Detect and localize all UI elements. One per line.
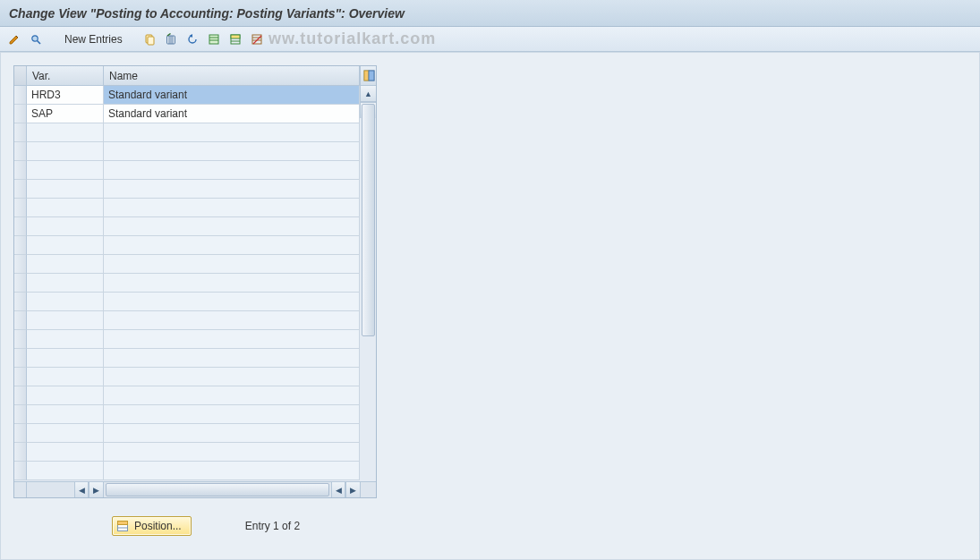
cell-name[interactable] [104, 368, 360, 386]
cell-var[interactable] [27, 142, 104, 161]
table-row[interactable] [14, 293, 360, 311]
row-selector[interactable] [14, 274, 27, 293]
table-row[interactable]: SAPStandard variant [14, 105, 360, 123]
scroll-up-icon[interactable]: ▲ [361, 86, 376, 102]
row-selector[interactable] [14, 105, 27, 123]
cell-name[interactable] [104, 443, 360, 462]
table-row[interactable] [14, 274, 360, 293]
cell-var[interactable] [27, 368, 104, 386]
cell-var[interactable] [27, 236, 104, 255]
table-row[interactable] [14, 386, 360, 405]
cell-var[interactable] [27, 255, 104, 274]
new-entries-button[interactable]: New Entries [57, 30, 130, 48]
cell-var[interactable] [27, 217, 104, 236]
row-selector[interactable] [14, 386, 27, 405]
table-row[interactable]: HRD3Standard variant [14, 86, 360, 105]
cell-var[interactable] [27, 311, 104, 330]
cell-var[interactable] [27, 330, 104, 349]
table-row[interactable] [14, 349, 360, 368]
table-row[interactable] [14, 255, 360, 274]
table-row[interactable] [14, 405, 360, 424]
hscroll-right-icon[interactable]: ▶ [345, 482, 360, 497]
cell-name[interactable] [104, 199, 360, 217]
row-selector[interactable] [14, 142, 27, 161]
row-selector[interactable] [14, 462, 27, 480]
select-all-icon[interactable] [205, 30, 223, 48]
scroll-thumb[interactable] [362, 104, 375, 336]
table-row[interactable] [14, 424, 360, 443]
position-button[interactable]: Position... [112, 516, 192, 536]
cell-name[interactable] [104, 424, 360, 443]
table-row[interactable] [14, 180, 360, 199]
row-selector[interactable] [14, 293, 27, 311]
row-selector[interactable] [14, 311, 27, 330]
vertical-scrollbar[interactable]: ▲ ▼ [360, 86, 376, 118]
table-row[interactable] [14, 123, 360, 142]
undo-change-icon[interactable] [183, 30, 201, 48]
hscroll-col-right-icon[interactable]: ▶ [89, 482, 103, 497]
cell-name[interactable] [104, 123, 360, 142]
cell-name[interactable] [104, 217, 360, 236]
cell-name[interactable] [104, 236, 360, 255]
table-row[interactable] [14, 311, 360, 330]
cell-name[interactable] [104, 142, 360, 161]
cell-name[interactable]: Standard variant [104, 105, 360, 123]
row-selector[interactable] [14, 443, 27, 462]
row-selector[interactable] [14, 161, 27, 180]
cell-var[interactable]: HRD3 [27, 86, 104, 105]
cell-var[interactable] [27, 424, 104, 443]
cell-var[interactable] [27, 199, 104, 217]
cell-name[interactable] [104, 405, 360, 424]
cell-name[interactable]: Standard variant [104, 86, 360, 105]
row-selector[interactable] [14, 86, 27, 105]
row-selector[interactable] [14, 217, 27, 236]
cell-var[interactable] [27, 386, 104, 405]
cell-name[interactable] [104, 293, 360, 311]
table-settings-icon[interactable] [360, 66, 376, 86]
cell-var[interactable] [27, 123, 104, 142]
cell-var[interactable] [27, 293, 104, 311]
cell-name[interactable] [104, 274, 360, 293]
row-selector[interactable] [14, 405, 27, 424]
table-row[interactable] [14, 462, 360, 480]
table-row[interactable] [14, 368, 360, 386]
cell-var[interactable] [27, 462, 104, 480]
cell-var[interactable] [27, 274, 104, 293]
cell-var[interactable] [27, 180, 104, 199]
hscroll-thumb[interactable] [106, 483, 329, 496]
table-row[interactable] [14, 236, 360, 255]
row-selector[interactable] [14, 236, 27, 255]
table-row[interactable] [14, 161, 360, 180]
cell-name[interactable] [104, 330, 360, 349]
row-selector[interactable] [14, 349, 27, 368]
row-selector[interactable] [14, 368, 27, 386]
row-selector[interactable] [14, 424, 27, 443]
table-row[interactable] [14, 330, 360, 349]
column-header-var[interactable]: Var. [27, 66, 104, 86]
row-selector[interactable] [14, 255, 27, 274]
horizontal-scrollbar[interactable]: ◀ ▶ ◀ ▶ [14, 481, 376, 497]
row-selector[interactable] [14, 180, 27, 199]
row-selector[interactable] [14, 330, 27, 349]
hscroll-col-left-icon[interactable]: ◀ [74, 482, 89, 497]
cell-name[interactable] [104, 386, 360, 405]
row-selector[interactable] [14, 123, 27, 142]
cell-name[interactable] [104, 462, 360, 480]
cell-var[interactable] [27, 443, 104, 462]
hscroll-left-icon[interactable]: ◀ [331, 482, 345, 497]
cell-var[interactable] [27, 405, 104, 424]
delete-icon[interactable] [162, 30, 180, 48]
cell-var[interactable]: SAP [27, 105, 104, 123]
table-row[interactable] [14, 443, 360, 462]
table-row[interactable] [14, 199, 360, 217]
select-block-icon[interactable] [226, 30, 244, 48]
cell-var[interactable] [27, 349, 104, 368]
deselect-all-icon[interactable] [248, 30, 266, 48]
copy-as-icon[interactable] [141, 30, 158, 48]
cell-name[interactable] [104, 255, 360, 274]
column-header-name[interactable]: Name [104, 66, 360, 86]
row-selector[interactable] [14, 199, 27, 217]
cell-name[interactable] [104, 161, 360, 180]
table-row[interactable] [14, 217, 360, 236]
cell-name[interactable] [104, 311, 360, 330]
